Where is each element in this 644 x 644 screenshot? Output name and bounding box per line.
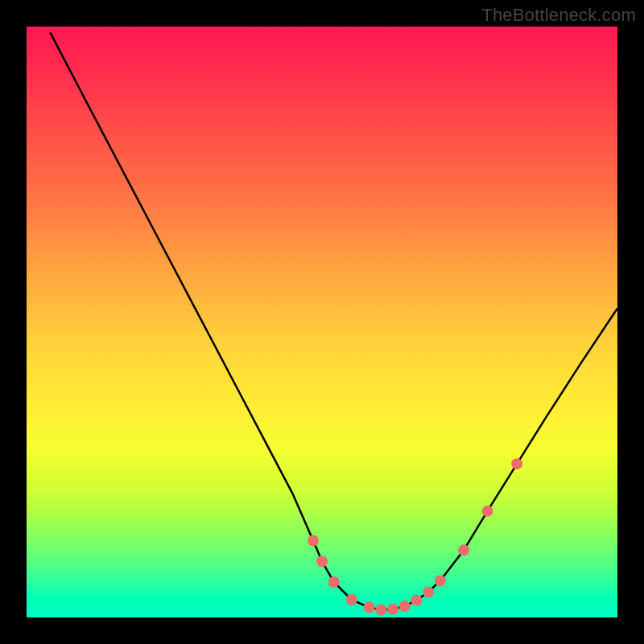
watermark-text: TheBottleneck.com xyxy=(481,5,636,26)
chart-canvas: TheBottleneck.com xyxy=(0,0,644,644)
plot-gradient-background xyxy=(27,27,617,617)
